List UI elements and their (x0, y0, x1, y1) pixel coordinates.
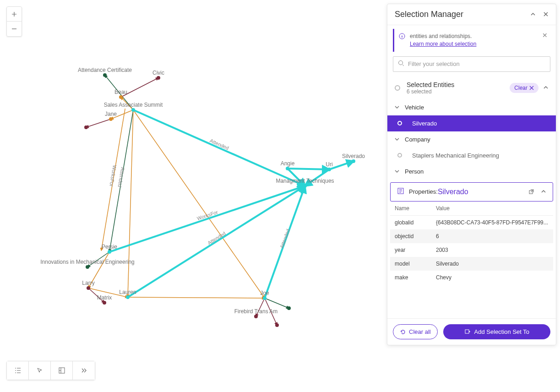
more-tools-button[interactable] (73, 361, 95, 380)
close-panel-button[interactable] (543, 11, 549, 19)
close-icon (529, 86, 534, 90)
property-value: 6 (436, 233, 549, 240)
svg-point-39 (103, 301, 106, 305)
type-vehicle[interactable]: Vehicle (387, 99, 556, 115)
property-name: model (395, 261, 436, 267)
clear-all-button[interactable]: Clear all (393, 324, 438, 339)
legend-button[interactable] (7, 361, 29, 380)
node-label[interactable]: Attendance Certificate (78, 67, 132, 73)
svg-point-37 (87, 286, 90, 290)
chevron-up-icon (530, 11, 536, 17)
panel-title: Selection Manager (395, 10, 463, 19)
entity-staplers[interactable]: Staplers Mechanical Engineering (387, 147, 556, 163)
collapse-properties-button[interactable] (541, 188, 546, 196)
svg-point-32 (327, 168, 331, 171)
graph-svg (0, 0, 387, 392)
svg-point-27 (119, 95, 123, 99)
svg-point-30 (84, 125, 88, 129)
node-label[interactable]: Firebird Trans Am (234, 308, 278, 315)
svg-point-43 (275, 323, 279, 327)
search-input[interactable] (408, 60, 545, 67)
svg-line-17 (128, 297, 265, 298)
type-company[interactable]: Company (387, 131, 556, 147)
node-label[interactable]: Uri (326, 161, 332, 168)
popout-icon (529, 188, 535, 194)
zoom-controls (6, 6, 22, 37)
close-icon (543, 11, 549, 17)
properties-label: Properties: (409, 188, 438, 195)
collapse-section-button[interactable] (543, 84, 549, 92)
add-selection-label: Add Selection Set To (474, 328, 529, 335)
type-vehicle-label: Vehicle (405, 104, 424, 111)
graph-canvas[interactable]: AttendedAttendedWorksForWorksForAttended… (0, 0, 387, 392)
entity-silverado-label: Silverado (412, 120, 437, 127)
property-row: modelSilverado (390, 257, 553, 271)
svg-point-29 (109, 117, 113, 121)
node-label[interactable]: Beau (114, 89, 127, 95)
chevron-right-double-icon (81, 367, 87, 374)
svg-point-25 (103, 73, 107, 77)
svg-rect-49 (465, 330, 469, 333)
property-row: objectid6 (390, 229, 553, 243)
node-label[interactable]: Persie (102, 244, 117, 250)
property-name: globalid (395, 219, 436, 226)
chevron-down-icon (395, 168, 399, 175)
cursor-icon (37, 367, 43, 374)
clear-selection-button[interactable]: Clear (510, 83, 538, 93)
node-label[interactable]: Silverado (342, 153, 365, 159)
node-label[interactable]: Larry (82, 280, 94, 286)
bottom-toolbar (6, 361, 95, 380)
type-person[interactable]: Person (387, 163, 556, 180)
svg-point-40 (263, 296, 266, 300)
selected-entities-header: Selected Entities 6 selected Clear (387, 76, 556, 99)
svg-line-23 (329, 161, 353, 169)
node-label[interactable]: Angie (281, 160, 295, 167)
svg-point-46 (399, 60, 403, 65)
collapse-panel-button[interactable] (530, 11, 536, 19)
layout-button[interactable] (51, 361, 73, 380)
property-value: Chevy (436, 274, 549, 281)
svg-point-38 (126, 295, 130, 299)
popout-button[interactable] (529, 188, 535, 196)
property-value: 2003 (436, 247, 549, 253)
props-name-header: Name (395, 205, 436, 212)
svg-point-41 (254, 315, 258, 318)
node-label[interactable]: Innovations in Mechanical Engineering (40, 259, 134, 265)
entity-silverado[interactable]: Silverado (387, 115, 556, 131)
search-field[interactable] (393, 56, 550, 72)
svg-line-5 (133, 110, 305, 186)
add-layer-icon (464, 329, 471, 335)
zoom-out-button[interactable] (7, 22, 22, 36)
property-row: globalid{643B08DC-CA73-40F5-87FD-F9547E7… (390, 216, 553, 229)
property-name: year (395, 247, 436, 253)
svg-point-36 (86, 265, 89, 269)
node-label[interactable]: Joe (260, 290, 269, 296)
plus-icon (11, 11, 17, 17)
minus-icon (11, 26, 17, 32)
entity-bullet-icon (395, 85, 400, 91)
node-label[interactable]: Managment Techniques (276, 178, 334, 184)
layout-icon (59, 367, 65, 374)
type-person-label: Person (405, 168, 424, 175)
chevron-up-icon (543, 85, 549, 90)
learn-more-link[interactable]: Learn more about selection (410, 41, 476, 47)
svg-point-31 (286, 167, 289, 170)
chevron-down-icon (395, 136, 399, 143)
add-selection-button[interactable]: Add Selection Set To (443, 324, 550, 339)
property-row: makeChevy (390, 271, 553, 284)
chevron-up-icon (541, 189, 546, 194)
svg-point-26 (157, 76, 160, 80)
node-label[interactable]: Civic (152, 70, 164, 76)
svg-line-11 (128, 186, 305, 297)
node-label[interactable]: Sales Associate Summit (104, 102, 163, 108)
zoom-in-button[interactable] (7, 7, 22, 22)
node-label[interactable]: Lauren (119, 289, 136, 295)
node-label[interactable]: Jane (105, 111, 117, 117)
node-label[interactable]: Matrix (97, 294, 112, 301)
clear-label: Clear (514, 85, 527, 91)
svg-point-42 (287, 306, 291, 310)
properties-icon (397, 187, 404, 196)
selected-entities-title: Selected Entities (407, 81, 510, 88)
banner-close-button[interactable]: ✕ (542, 32, 548, 39)
select-tool-button[interactable] (29, 361, 51, 380)
